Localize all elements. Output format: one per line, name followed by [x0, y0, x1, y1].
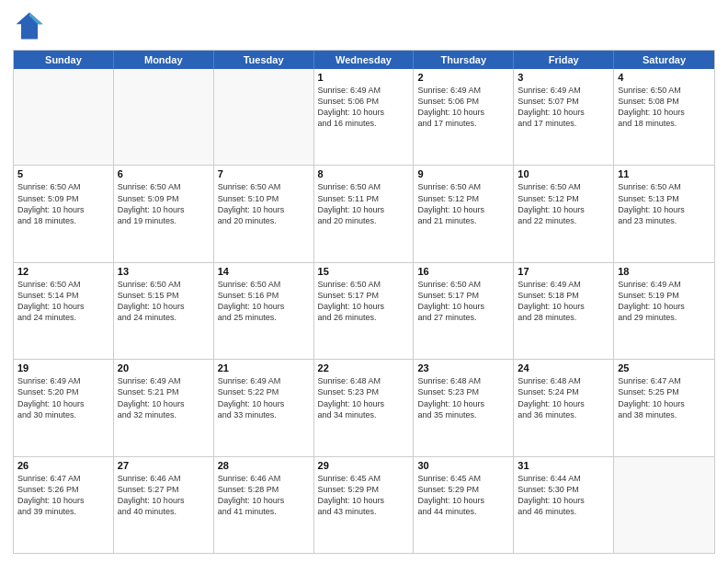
day-info: Sunrise: 6:50 AM Sunset: 5:12 PM Dayligh… [417, 181, 509, 226]
day-info: Sunrise: 6:48 AM Sunset: 5:23 PM Dayligh… [417, 375, 509, 420]
day-number: 19 [17, 362, 109, 373]
weekday-header-wednesday: Wednesday [314, 51, 415, 69]
calendar-cell-1-6: 11Sunrise: 6:50 AM Sunset: 5:13 PM Dayli… [614, 166, 714, 261]
calendar-row-4: 26Sunrise: 6:47 AM Sunset: 5:26 PM Dayli… [14, 456, 714, 553]
svg-marker-0 [17, 13, 43, 40]
calendar-cell-1-0: 5Sunrise: 6:50 AM Sunset: 5:09 PM Daylig… [14, 166, 114, 261]
calendar-cell-4-3: 29Sunrise: 6:45 AM Sunset: 5:29 PM Dayli… [314, 457, 415, 553]
day-number: 2 [417, 72, 509, 83]
day-number: 27 [118, 460, 210, 471]
day-info: Sunrise: 6:48 AM Sunset: 5:24 PM Dayligh… [518, 375, 609, 420]
logo [13, 9, 50, 42]
calendar-cell-2-5: 17Sunrise: 6:49 AM Sunset: 5:18 PM Dayli… [514, 263, 614, 359]
calendar-cell-4-0: 26Sunrise: 6:47 AM Sunset: 5:26 PM Dayli… [14, 457, 114, 553]
day-number: 22 [318, 362, 410, 373]
day-number: 18 [618, 266, 711, 277]
day-info: Sunrise: 6:50 AM Sunset: 5:16 PM Dayligh… [218, 279, 310, 324]
calendar-cell-0-5: 3Sunrise: 6:49 AM Sunset: 5:07 PM Daylig… [514, 69, 614, 165]
day-info: Sunrise: 6:49 AM Sunset: 5:06 PM Dayligh… [417, 85, 509, 130]
day-info: Sunrise: 6:50 AM Sunset: 5:14 PM Dayligh… [17, 279, 109, 324]
calendar-cell-0-1 [114, 69, 214, 165]
day-number: 28 [218, 460, 310, 471]
day-number: 3 [518, 72, 609, 83]
day-number: 24 [518, 362, 609, 373]
calendar-cell-3-5: 24Sunrise: 6:48 AM Sunset: 5:24 PM Dayli… [514, 360, 614, 455]
day-info: Sunrise: 6:50 AM Sunset: 5:11 PM Dayligh… [318, 181, 410, 226]
day-info: Sunrise: 6:50 AM Sunset: 5:17 PM Dayligh… [318, 279, 410, 324]
calendar-row-1: 5Sunrise: 6:50 AM Sunset: 5:09 PM Daylig… [14, 165, 714, 261]
calendar-cell-2-6: 18Sunrise: 6:49 AM Sunset: 5:19 PM Dayli… [614, 263, 714, 359]
calendar-cell-2-3: 15Sunrise: 6:50 AM Sunset: 5:17 PM Dayli… [314, 263, 415, 359]
day-info: Sunrise: 6:49 AM Sunset: 5:18 PM Dayligh… [518, 279, 609, 324]
day-info: Sunrise: 6:49 AM Sunset: 5:21 PM Dayligh… [118, 375, 210, 420]
weekday-header-sunday: Sunday [14, 51, 114, 69]
day-number: 10 [518, 168, 609, 179]
calendar-row-2: 12Sunrise: 6:50 AM Sunset: 5:14 PM Dayli… [14, 262, 714, 359]
day-info: Sunrise: 6:47 AM Sunset: 5:26 PM Dayligh… [17, 473, 109, 518]
day-number: 4 [618, 72, 711, 83]
day-number: 7 [218, 168, 310, 179]
weekday-header-saturday: Saturday [614, 51, 714, 69]
calendar-cell-0-3: 1Sunrise: 6:49 AM Sunset: 5:06 PM Daylig… [314, 69, 415, 165]
calendar-cell-0-0 [14, 69, 114, 165]
day-info: Sunrise: 6:50 AM Sunset: 5:12 PM Dayligh… [518, 181, 609, 226]
calendar-cell-4-1: 27Sunrise: 6:46 AM Sunset: 5:27 PM Dayli… [114, 457, 214, 553]
day-number: 20 [118, 362, 210, 373]
calendar-cell-1-2: 7Sunrise: 6:50 AM Sunset: 5:10 PM Daylig… [214, 166, 314, 261]
calendar-cell-1-5: 10Sunrise: 6:50 AM Sunset: 5:12 PM Dayli… [514, 166, 614, 261]
logo-icon [13, 9, 46, 42]
day-number: 30 [417, 460, 509, 471]
day-number: 31 [518, 460, 609, 471]
day-number: 17 [518, 266, 609, 277]
day-info: Sunrise: 6:49 AM Sunset: 5:19 PM Dayligh… [618, 279, 711, 324]
day-info: Sunrise: 6:50 AM Sunset: 5:10 PM Dayligh… [218, 181, 310, 226]
day-info: Sunrise: 6:49 AM Sunset: 5:20 PM Dayligh… [17, 375, 109, 420]
weekday-header-monday: Monday [114, 51, 214, 69]
calendar-cell-1-3: 8Sunrise: 6:50 AM Sunset: 5:11 PM Daylig… [314, 166, 415, 261]
day-number: 23 [417, 362, 509, 373]
day-info: Sunrise: 6:49 AM Sunset: 5:22 PM Dayligh… [218, 375, 310, 420]
calendar-cell-4-2: 28Sunrise: 6:46 AM Sunset: 5:28 PM Dayli… [214, 457, 314, 553]
day-info: Sunrise: 6:50 AM Sunset: 5:17 PM Dayligh… [417, 279, 509, 324]
calendar-cell-2-2: 14Sunrise: 6:50 AM Sunset: 5:16 PM Dayli… [214, 263, 314, 359]
day-number: 9 [417, 168, 509, 179]
calendar-cell-4-4: 30Sunrise: 6:45 AM Sunset: 5:29 PM Dayli… [414, 457, 514, 553]
weekday-header-thursday: Thursday [414, 51, 514, 69]
calendar-cell-0-2 [214, 69, 314, 165]
day-info: Sunrise: 6:50 AM Sunset: 5:15 PM Dayligh… [118, 279, 210, 324]
day-info: Sunrise: 6:50 AM Sunset: 5:09 PM Dayligh… [118, 181, 210, 226]
day-info: Sunrise: 6:45 AM Sunset: 5:29 PM Dayligh… [417, 473, 509, 518]
calendar-row-3: 19Sunrise: 6:49 AM Sunset: 5:20 PM Dayli… [14, 359, 714, 455]
day-info: Sunrise: 6:49 AM Sunset: 5:07 PM Dayligh… [518, 85, 609, 130]
day-number: 12 [17, 266, 109, 277]
day-info: Sunrise: 6:50 AM Sunset: 5:13 PM Dayligh… [618, 181, 711, 226]
day-info: Sunrise: 6:50 AM Sunset: 5:09 PM Dayligh… [17, 181, 109, 226]
day-number: 15 [318, 266, 410, 277]
day-number: 6 [118, 168, 210, 179]
calendar: SundayMondayTuesdayWednesdayThursdayFrid… [13, 50, 715, 554]
weekday-header-friday: Friday [514, 51, 614, 69]
calendar-cell-0-4: 2Sunrise: 6:49 AM Sunset: 5:06 PM Daylig… [414, 69, 514, 165]
day-info: Sunrise: 6:48 AM Sunset: 5:23 PM Dayligh… [318, 375, 410, 420]
calendar-body: 1Sunrise: 6:49 AM Sunset: 5:06 PM Daylig… [14, 69, 714, 553]
day-number: 29 [318, 460, 410, 471]
calendar-cell-3-1: 20Sunrise: 6:49 AM Sunset: 5:21 PM Dayli… [114, 360, 214, 455]
day-number: 5 [17, 168, 109, 179]
calendar-header: SundayMondayTuesdayWednesdayThursdayFrid… [14, 51, 714, 69]
day-info: Sunrise: 6:46 AM Sunset: 5:27 PM Dayligh… [118, 473, 210, 518]
calendar-cell-3-6: 25Sunrise: 6:47 AM Sunset: 5:25 PM Dayli… [614, 360, 714, 455]
day-number: 11 [618, 168, 711, 179]
page: SundayMondayTuesdayWednesdayThursdayFrid… [0, 0, 728, 563]
calendar-row-0: 1Sunrise: 6:49 AM Sunset: 5:06 PM Daylig… [14, 69, 714, 165]
calendar-cell-3-3: 22Sunrise: 6:48 AM Sunset: 5:23 PM Dayli… [314, 360, 415, 455]
calendar-cell-2-0: 12Sunrise: 6:50 AM Sunset: 5:14 PM Dayli… [14, 263, 114, 359]
day-info: Sunrise: 6:49 AM Sunset: 5:06 PM Dayligh… [318, 85, 410, 130]
calendar-cell-1-4: 9Sunrise: 6:50 AM Sunset: 5:12 PM Daylig… [414, 166, 514, 261]
day-number: 14 [218, 266, 310, 277]
day-number: 26 [17, 460, 109, 471]
calendar-cell-4-5: 31Sunrise: 6:44 AM Sunset: 5:30 PM Dayli… [514, 457, 614, 553]
calendar-cell-3-2: 21Sunrise: 6:49 AM Sunset: 5:22 PM Dayli… [214, 360, 314, 455]
calendar-cell-2-1: 13Sunrise: 6:50 AM Sunset: 5:15 PM Dayli… [114, 263, 214, 359]
calendar-cell-4-6 [614, 457, 714, 553]
calendar-cell-0-6: 4Sunrise: 6:50 AM Sunset: 5:08 PM Daylig… [614, 69, 714, 165]
